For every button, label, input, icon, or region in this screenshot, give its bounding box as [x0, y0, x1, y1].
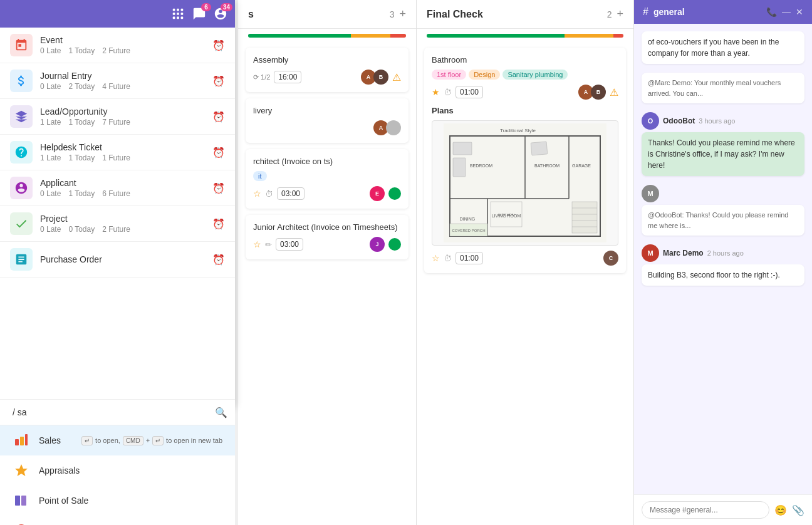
card-delivery-avatars: A [373, 120, 401, 135]
grid-icon[interactable] [171, 7, 185, 21]
card-delivery[interactable]: livery A [246, 98, 409, 143]
card-bathroom-title: Bathroom [432, 55, 618, 65]
project-name: Project [40, 214, 212, 224]
activity-item-lead[interactable]: Lead/Opportunity 1 Late 1 Today 7 Future… [0, 99, 235, 135]
activity-item-helpdesk[interactable]: Helpdesk Ticket 1 Late 1 Today 1 Future … [0, 135, 235, 170]
chat-message-4: M @OdooBot: Thanks! Could you please rem… [642, 185, 804, 236]
card-bathroom-footer2: ☆ ⏱ 01:00 C [432, 251, 618, 266]
clock-icon-bathroom[interactable]: ⏱ [444, 88, 452, 97]
search-input[interactable] [8, 405, 215, 420]
app-item-social[interactable]: Social Marketing [0, 516, 235, 525]
applicant-clock-icon: ⏰ [212, 182, 225, 194]
odoobot-avatar: O [642, 112, 659, 130]
event-future: 2 Future [102, 46, 130, 55]
app-item-pos[interactable]: Point of Sale [0, 486, 235, 516]
enter-key: ↵ [81, 436, 93, 445]
kanban-add-final-check[interactable]: + [617, 8, 623, 21]
warning-icon-bathroom: ⚠ [610, 86, 618, 98]
card-bathroom-time: 01:00 [455, 86, 483, 98]
helpdesk-late: 1 Late [40, 153, 61, 162]
event-info: Event 0 Late 1 Today 2 Future [40, 35, 212, 55]
activity-item-event[interactable]: Event 0 Late 1 Today 2 Future ⏰ [0, 28, 235, 63]
svg-text:KITCHEN: KITCHEN [498, 213, 514, 217]
card-junior-architect-title: Junior Architect (Invoice on Timesheets) [253, 222, 401, 232]
notification-bar: 6 34 [0, 0, 235, 28]
activity-notification-icon[interactable]: 34 [214, 7, 227, 21]
event-counts: 0 Late 1 Today 2 Future [40, 46, 212, 55]
chat-panel: # general 📞 — ✕ of eco-vouchers if you h… [633, 0, 812, 525]
svg-text:BEDROOM: BEDROOM [470, 164, 492, 168]
close-button[interactable]: ✕ [796, 7, 803, 17]
svg-rect-0 [173, 9, 175, 11]
journal-future: 4 Future [102, 82, 130, 91]
star-icon[interactable]: ☆ [253, 189, 261, 199]
kanban-cards-final-check: Bathroom 1st floor Design Sanitary plumb… [417, 43, 633, 284]
avatar: E [370, 186, 385, 201]
progress-yellow-right [565, 34, 614, 38]
journal-icon [10, 70, 33, 92]
app-item-appraisals[interactable]: Appraisals [0, 455, 235, 486]
helpdesk-info: Helpdesk Ticket 1 Late 1 Today 1 Future [40, 142, 212, 162]
project-icon [10, 212, 33, 235]
activity-item-purchase[interactable]: Purchase Order ⏰ [0, 242, 235, 278]
sales-icon [13, 432, 30, 449]
event-late: 0 Late [40, 46, 61, 55]
event-name: Event [40, 35, 212, 45]
avatar: J [370, 237, 385, 252]
purchase-clock-icon: ⏰ [212, 254, 225, 266]
card-architect-time: 03:00 [277, 187, 304, 200]
lead-info: Lead/Opportunity 1 Late 1 Today 7 Future [40, 107, 212, 127]
card-architect[interactable]: rchitect (Invoice on ts) it ☆ ⏱ 03:00 E [246, 149, 409, 209]
clock-icon[interactable]: ⏱ [265, 189, 273, 199]
tag-design: Design [469, 70, 500, 80]
chat-notification-icon[interactable]: 6 [192, 7, 206, 21]
activity-item-project[interactable]: Project 0 Late 0 Today 2 Future ⏰ [0, 206, 235, 242]
journal-counts: 0 Late 2 Today 4 Future [40, 82, 212, 91]
journal-info: Journal Entry 0 Late 2 Today 4 Future [40, 71, 212, 91]
activity-item-applicant[interactable]: Applicant 0 Late 1 Today 6 Future ⏰ [0, 170, 235, 206]
activity-item-journal[interactable]: Journal Entry 0 Late 2 Today 4 Future ⏰ [0, 63, 235, 99]
helpdesk-clock-icon: ⏰ [212, 147, 225, 159]
sales-name: Sales [39, 435, 61, 445]
edit-icon[interactable]: ✏ [265, 240, 272, 249]
pos-name: Point of Sale [39, 496, 88, 506]
kanban-add-left[interactable]: + [399, 8, 406, 21]
kanban-header-left: s 3 + [238, 0, 416, 29]
card-bathroom[interactable]: Bathroom 1st floor Design Sanitary plumb… [424, 48, 626, 273]
lead-late: 1 Late [40, 118, 61, 127]
kanban-column-final-check: Final Check 2 + Bathroom 1st floor Desig… [417, 0, 633, 525]
project-today: 0 Today [68, 225, 95, 234]
pos-icon [13, 492, 30, 509]
svg-rect-27 [453, 158, 466, 177]
kanban-count-left: 3 [390, 9, 395, 19]
app-item-sales[interactable]: Sales ↵ to open, CMD + ↵ to open in new … [0, 425, 235, 455]
chat-message-input[interactable] [642, 501, 769, 519]
clock-icon-bathroom2[interactable]: ⏱ [444, 254, 452, 263]
msg-time-3: 3 hours ago [699, 117, 735, 125]
msg-avatar-4: M [642, 185, 659, 202]
applicant-future: 6 Future [102, 189, 130, 198]
progress-red-right [613, 34, 623, 38]
star-icon-bathroom[interactable]: ★ [432, 87, 440, 97]
kanban-title-left: s [248, 9, 254, 20]
tag-1st-floor: 1st floor [432, 70, 466, 80]
minimize-button[interactable]: — [782, 7, 791, 17]
card-junior-architect[interactable]: Junior Architect (Invoice on Timesheets)… [246, 215, 409, 259]
msg-time-5: 2 hours ago [707, 249, 744, 257]
card-assembly[interactable]: Assembly ⟳ 1/2 16:00 A B ⚠ [246, 48, 409, 92]
lead-icon [10, 105, 33, 128]
emoji-button[interactable]: 😊 [774, 504, 787, 516]
star-icon-bathroom2[interactable]: ☆ [432, 253, 440, 263]
chat-message-1: of eco-vouchers if you have been in the … [642, 31, 804, 64]
svg-rect-1 [177, 9, 179, 11]
search-icon[interactable]: 🔍 [215, 407, 227, 418]
attach-button[interactable]: 📎 [792, 504, 804, 516]
journal-late: 0 Late [40, 82, 61, 91]
new-tab-label: to open in new tab [166, 437, 222, 444]
marc-avatar: M [642, 244, 659, 262]
card-junior-architect-footer: ☆ ✏ 03:00 J [253, 237, 401, 252]
progress-yellow-left [351, 34, 390, 38]
plans-section: Plans Traditional Style [432, 106, 618, 246]
phone-button[interactable]: 📞 [766, 7, 777, 17]
star-icon-junior[interactable]: ☆ [253, 239, 261, 249]
